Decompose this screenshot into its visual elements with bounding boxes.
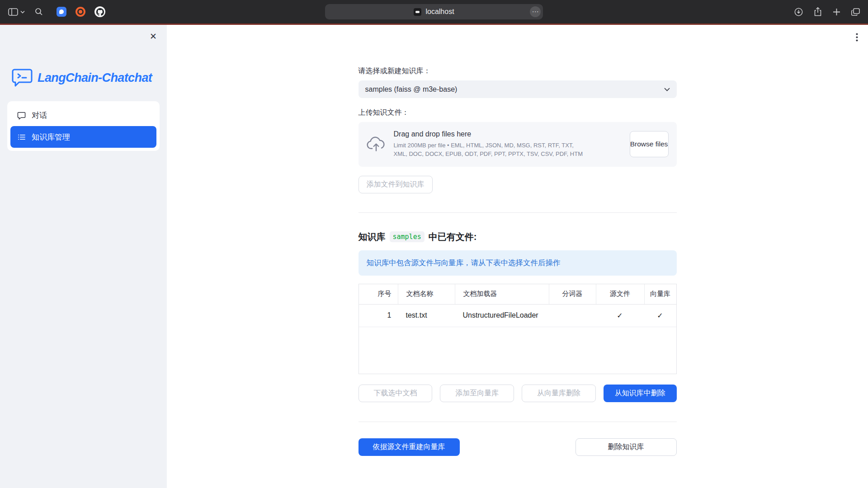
browse-files-button[interactable]: Browse files	[630, 131, 669, 157]
delete-from-vector-store-button[interactable]: 从向量库删除	[522, 385, 596, 402]
dropzone-text-group: Drag and drop files here Limit 200MB per…	[394, 130, 622, 159]
table-empty-area	[359, 327, 676, 374]
table-row[interactable]: 1 test.txt UnstructuredFileLoader ✓ ✓	[359, 305, 676, 327]
address-bar[interactable]: localhost ⋯	[325, 4, 543, 19]
cell-filename: test.txt	[398, 305, 455, 327]
kb-name-code: samples	[390, 231, 425, 242]
table-header-vector[interactable]: 向量库	[644, 284, 676, 304]
orange-ring-extension-icon	[75, 7, 85, 17]
table-header-row: 序号 文档名称 文档加载器 分词器 源文件 向量库	[359, 284, 676, 305]
sidebar: ✕ LangChain-Chatchat 对话	[0, 25, 167, 488]
kb-level-buttons: 依据源文件重建向量库 删除知识库	[359, 438, 677, 456]
select-chevron-down-icon	[664, 88, 670, 91]
extension-button-github[interactable]	[94, 5, 106, 18]
downloads-button[interactable]	[793, 7, 804, 17]
delete-from-kb-button[interactable]: 从知识库中删除	[604, 385, 677, 402]
file-action-buttons: 下载选中文档 添加至向量库 从向量库删除 从知识库中删除	[359, 385, 677, 402]
tab-overview-button[interactable]	[850, 7, 861, 17]
download-selected-button[interactable]: 下载选中文档	[359, 385, 433, 402]
app-logo-text: LangChain-Chatchat	[38, 71, 152, 85]
section-divider	[359, 212, 677, 213]
share-icon	[814, 7, 822, 16]
dropzone-title: Drag and drop files here	[394, 130, 622, 138]
sidebar-menu: 对话 知识库管理	[7, 101, 160, 151]
delete-kb-button[interactable]: 删除知识库	[576, 438, 677, 456]
kb-heading-suffix: 中已有文件:	[429, 231, 477, 243]
toolbar-left-group	[7, 5, 106, 18]
table-header-filename[interactable]: 文档名称	[398, 284, 455, 304]
browser-toolbar: localhost ⋯	[0, 0, 868, 23]
cloud-upload-icon	[367, 136, 386, 152]
address-url: localhost	[425, 8, 454, 16]
table-header-index[interactable]: 序号	[359, 284, 398, 304]
blue-extension-icon	[57, 7, 66, 17]
cell-index: 1	[359, 305, 398, 327]
info-banner: 知识库中包含源文件与向量库，请从下表中选择文件后操作	[359, 250, 677, 276]
kb-select[interactable]: samples (faiss @ m3e-base)	[359, 80, 677, 98]
sidebar-item-knowledge-base[interactable]: 知识库管理	[10, 126, 156, 148]
chat-bubble-icon	[17, 111, 26, 120]
table-header-source[interactable]: 源文件	[596, 284, 644, 304]
app-logo: LangChain-Chatchat	[0, 25, 167, 88]
kebab-menu-icon	[856, 33, 858, 42]
app-menu-button[interactable]	[856, 33, 858, 42]
kb-files-heading: 知识库 samples 中已有文件:	[359, 231, 677, 243]
app-window: ✕ LangChain-Chatchat 对话	[0, 25, 868, 488]
sidebar-item-label: 知识库管理	[32, 132, 70, 142]
table-header-loader[interactable]: 文档加载器	[455, 284, 549, 304]
main-panel: 请选择或新建知识库： samples (faiss @ m3e-base) 上传…	[167, 25, 868, 488]
cell-vector-check: ✓	[644, 305, 676, 327]
upload-files-label: 上传知识文件：	[359, 108, 677, 117]
add-files-to-kb-button[interactable]: 添加文件到知识库	[359, 176, 433, 193]
section-divider-bottom	[359, 422, 677, 422]
search-button[interactable]	[34, 7, 44, 17]
kb-heading-prefix: 知识库	[359, 231, 386, 243]
extension-button-blue[interactable]	[56, 6, 67, 18]
chatchat-logo-icon	[12, 68, 33, 88]
github-icon	[94, 6, 105, 17]
new-tab-button[interactable]	[832, 7, 841, 17]
page-settings-button[interactable]: ⋯	[530, 6, 541, 17]
kb-select-value: samples (faiss @ m3e-base)	[365, 85, 458, 94]
kb-management-content: 请选择或新建知识库： samples (faiss @ m3e-base) 上传…	[359, 25, 677, 456]
site-favicon-icon	[414, 8, 421, 16]
sidebar-item-label: 对话	[32, 110, 47, 121]
download-icon	[794, 8, 803, 16]
sidebar-item-dialogue[interactable]: 对话	[10, 104, 156, 126]
cell-splitter	[549, 305, 596, 327]
sidebar-close-button[interactable]: ✕	[150, 32, 157, 41]
extensions-group	[56, 5, 106, 18]
knowledge-base-list-icon	[17, 133, 26, 141]
share-button[interactable]	[813, 6, 823, 17]
cell-loader: UnstructuredFileLoader	[455, 305, 549, 327]
add-to-vector-store-button[interactable]: 添加至向量库	[440, 385, 514, 402]
search-icon	[35, 8, 43, 16]
table-header-splitter[interactable]: 分词器	[549, 284, 596, 304]
cell-source-check: ✓	[596, 305, 644, 327]
tabs-overview-icon	[851, 8, 860, 16]
kb-files-table: 序号 文档名称 文档加载器 分词器 源文件 向量库 1 test.txt Uns…	[359, 284, 677, 374]
toolbar-right-group	[793, 6, 861, 17]
select-kb-label: 请选择或新建知识库：	[359, 66, 677, 76]
file-dropzone[interactable]: Drag and drop files here Limit 200MB per…	[359, 122, 677, 167]
chevron-down-icon	[20, 10, 25, 14]
rebuild-vector-store-button[interactable]: 依据源文件重建向量库	[359, 438, 460, 456]
extension-button-orange[interactable]	[75, 6, 86, 18]
plus-icon	[833, 8, 840, 16]
sidebar-toggle-icon	[8, 8, 18, 16]
sidebar-toggle-button[interactable]	[7, 7, 26, 17]
dropzone-file-limits: Limit 200MB per file • EML, HTML, JSON, …	[394, 141, 589, 159]
